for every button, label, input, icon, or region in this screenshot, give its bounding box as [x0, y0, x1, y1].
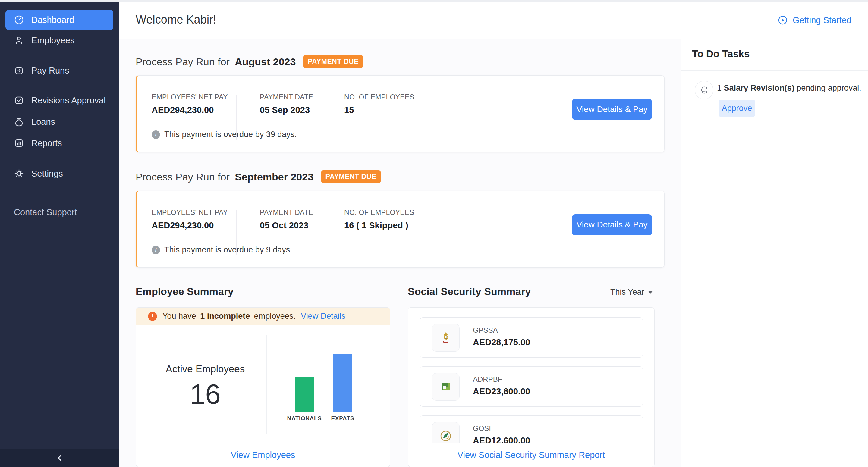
todo-panel: To Do Tasks 1 Salary Revision(s) pending… [681, 39, 868, 467]
sidebar-collapse-button[interactable] [0, 449, 119, 467]
task-count: 1 [717, 84, 721, 93]
approve-button[interactable]: Approve [718, 100, 755, 117]
overdue-notice: i This payment is overdue by 39 days. [152, 130, 297, 139]
chart-divider [267, 335, 267, 434]
year-filter-dropdown[interactable]: This Year [610, 287, 653, 297]
info-icon: i [152, 130, 160, 139]
loans-icon [14, 117, 24, 127]
chevron-down-icon [648, 291, 653, 294]
overdue-text: This payment is overdue by 9 days. [164, 245, 292, 255]
payment-date-label: PAYMENT DATE [260, 93, 313, 101]
active-employees-count: 16 [160, 378, 250, 410]
year-filter-value: This Year [610, 287, 644, 297]
overdue-notice: i This payment is overdue by 9 days. [152, 245, 292, 255]
net-pay-value: AED294,230.00 [152, 105, 214, 115]
view-details-pay-button[interactable]: View Details & Pay [572, 214, 652, 235]
getting-started-label: Getting Started [793, 15, 851, 25]
view-details-link[interactable]: View Details [301, 312, 345, 320]
social-security-card-footer: View Social Security Summary Report [408, 443, 654, 467]
payment-due-badge: PAYMENT DUE [304, 55, 363, 68]
sidebar-item-label: Reports [31, 138, 62, 148]
payrun-card-august: EMPLOYEES' NET PAY AED294,230.00 PAYMENT… [135, 75, 664, 152]
social-security-amount: AED28,175.00 [473, 337, 530, 347]
alert-suffix: employees. [254, 312, 296, 320]
view-employees-link[interactable]: View Employees [231, 450, 296, 460]
payrun-period: September 2023 [235, 171, 313, 183]
adrpbf-logo-icon [432, 373, 460, 401]
sidebar-item-reports[interactable]: Reports [0, 135, 119, 152]
payment-date-label: PAYMENT DATE [260, 209, 313, 217]
alert-text: You have 1 incomplete employees. View De… [162, 312, 345, 321]
employee-count-label: NO. OF EMPLOYEES [344, 209, 414, 217]
social-security-name: GOSI [473, 424, 491, 433]
social-security-item-gpssa: GPSSA AED28,175.00 [420, 317, 643, 357]
payment-due-badge: PAYMENT DUE [321, 170, 381, 183]
bar-nationals [295, 377, 314, 412]
employees-icon [14, 35, 24, 45]
todo-task-text: 1 Salary Revision(s) pending approval. [717, 83, 865, 93]
task-suffix: pending approval. [797, 84, 861, 93]
divider [681, 70, 868, 70]
sidebar-item-label: Dashboard [31, 15, 74, 25]
dashboard-icon [14, 15, 24, 25]
todo-title: To Do Tasks [692, 48, 749, 60]
social-security-name: GPSSA [473, 326, 498, 335]
coins-icon [695, 81, 713, 99]
reports-icon [14, 138, 24, 148]
employee-count-value: 16 ( 1 Skipped ) [344, 221, 408, 230]
getting-started-link[interactable]: Getting Started [778, 15, 851, 25]
payrun-heading-august: Process Pay Run for August 2023 PAYMENT … [135, 56, 363, 69]
social-security-name: ADRPBF [473, 375, 502, 383]
alert-prefix: You have [162, 312, 196, 320]
social-security-card: GPSSA AED28,175.00 ADRPBF AED23,800.00 [408, 307, 655, 467]
payment-date-value: 05 Oct 2023 [260, 221, 308, 230]
settings-icon [14, 168, 24, 179]
bar-label-expats: EXPATS [318, 415, 367, 422]
sidebar-item-revisions-approval[interactable]: Revisions Approval [0, 92, 119, 109]
info-icon: i [152, 246, 160, 254]
net-pay-label: EMPLOYEES' NET PAY [152, 209, 228, 217]
sidebar-item-label: Loans [31, 117, 55, 127]
employee-count-value: 15 [344, 105, 354, 115]
contact-support-link[interactable]: Contact Support [14, 207, 77, 217]
payroll-dashboard: Dashboard Employees Pay Runs Revisions A… [0, 0, 868, 467]
page-title: Welcome Kabir! [135, 13, 216, 26]
employee-summary-title: Employee Summary [135, 286, 234, 298]
employee-summary-card: ! You have 1 incomplete employees. View … [135, 307, 390, 467]
alert-bold: 1 incomplete [200, 312, 250, 320]
net-pay-label: EMPLOYEES' NET PAY [152, 93, 228, 101]
social-security-item-adrpbf: ADRPBF AED23,800.00 [420, 366, 643, 407]
payrun-heading-prefix: Process Pay Run for [135, 171, 230, 183]
task-bold: Salary Revision(s) [724, 84, 795, 93]
sidebar-item-label: Settings [31, 169, 63, 179]
net-pay-value: AED294,230.00 [152, 221, 214, 230]
bar-expats [333, 354, 352, 412]
revisions-approval-icon [14, 95, 24, 105]
overdue-text: This payment is overdue by 39 days. [164, 130, 297, 139]
view-social-security-report-link[interactable]: View Social Security Summary Report [458, 450, 605, 460]
sidebar-item-dashboard[interactable]: Dashboard [5, 10, 113, 30]
employee-count-label: NO. OF EMPLOYEES [344, 93, 414, 101]
sidebar-item-employees[interactable]: Employees [0, 32, 119, 49]
payrun-period: August 2023 [235, 56, 296, 67]
sidebar: Dashboard Employees Pay Runs Revisions A… [0, 2, 119, 449]
sidebar-item-pay-runs[interactable]: Pay Runs [0, 62, 119, 79]
view-details-pay-button[interactable]: View Details & Pay [572, 99, 652, 120]
main-content: Process Pay Run for August 2023 PAYMENT … [119, 39, 681, 467]
sidebar-item-label: Revisions Approval [31, 95, 106, 105]
sidebar-item-loans[interactable]: Loans [0, 113, 119, 130]
warning-icon: ! [148, 312, 157, 321]
top-bar: Welcome Kabir! Getting Started [119, 2, 868, 39]
active-employees-label: Active Employees [160, 363, 250, 375]
payrun-heading-september: Process Pay Run for September 2023 PAYME… [135, 171, 381, 184]
sidebar-item-settings[interactable]: Settings [0, 165, 119, 182]
uae-emblem-icon [432, 324, 460, 352]
payrun-heading-prefix: Process Pay Run for [135, 56, 230, 67]
sidebar-item-label: Employees [31, 36, 74, 45]
sidebar-item-label: Pay Runs [31, 66, 69, 75]
social-security-amount: AED23,800.00 [473, 386, 530, 397]
play-circle-icon [778, 15, 788, 25]
chevron-left-icon [56, 454, 64, 462]
employee-card-footer: View Employees [136, 443, 390, 467]
incomplete-employees-alert: ! You have 1 incomplete employees. View … [136, 308, 390, 325]
